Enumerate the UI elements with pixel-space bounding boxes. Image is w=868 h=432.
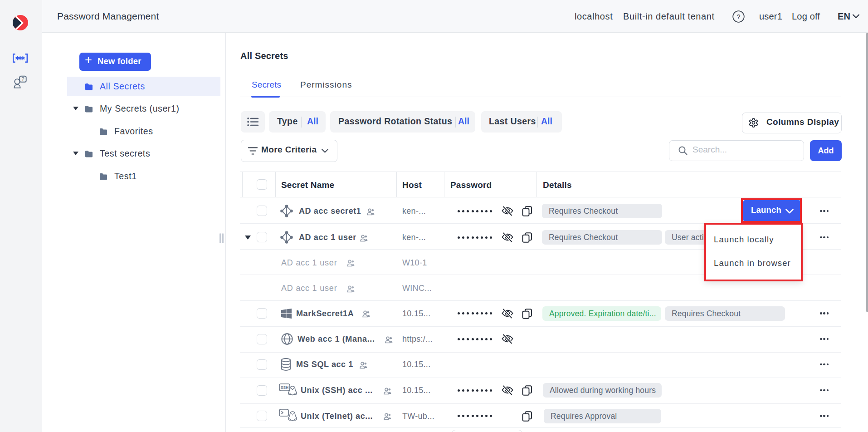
svg-text:SSH: SSH [281,385,288,389]
svg-text:?: ? [21,76,24,82]
svg-text:?: ? [736,13,740,20]
